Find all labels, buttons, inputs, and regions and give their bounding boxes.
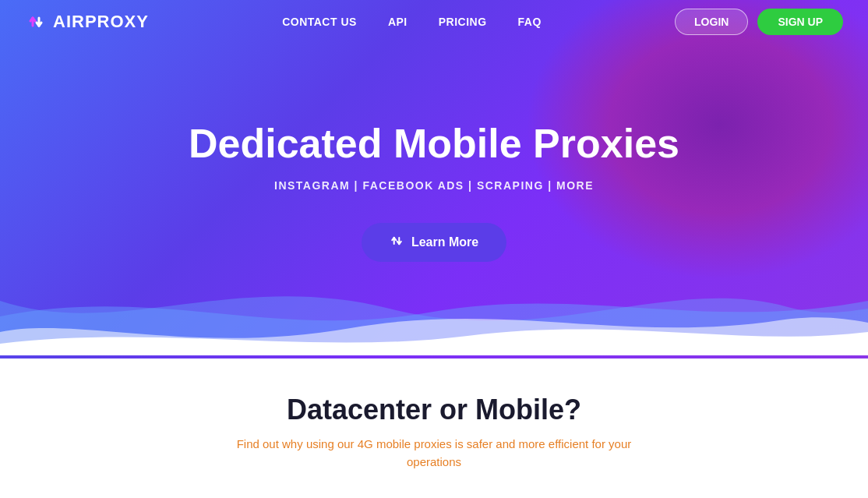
hero-subtitle: INSTAGRAM | FACEBOOK ADS | SCRAPING | MO…	[274, 179, 594, 192]
nav-api[interactable]: API	[388, 16, 408, 28]
logo-text: AIRPROXY	[53, 12, 149, 32]
learn-more-label: Learn More	[411, 235, 478, 249]
nav-contact[interactable]: CONTACT US	[282, 16, 357, 28]
bottom-section: Datacenter or Mobile? Find out why using…	[0, 358, 868, 498]
hero-title: Dedicated Mobile Proxies	[189, 120, 679, 167]
signup-button[interactable]: SIGN UP	[757, 9, 843, 35]
nav-faq[interactable]: FAQ	[518, 16, 542, 28]
nav-links: CONTACT US API PRICING FAQ	[282, 15, 542, 29]
hero-section: Dedicated Mobile Proxies INSTAGRAM | FAC…	[0, 0, 868, 358]
learn-more-icon	[390, 234, 404, 251]
login-button[interactable]: LOGIN	[675, 9, 748, 35]
nav-actions: LOGIN SIGN UP	[675, 9, 843, 35]
bottom-description: Find out why using our 4G mobile proxies…	[231, 436, 637, 471]
navbar: AIRPROXY CONTACT US API PRICING FAQ LOGI…	[0, 0, 868, 44]
nav-pricing[interactable]: PRICING	[439, 16, 487, 28]
logo[interactable]: AIRPROXY	[25, 11, 149, 33]
logo-icon	[25, 11, 47, 33]
bottom-title: Datacenter or Mobile?	[287, 394, 581, 426]
wave-decoration	[0, 254, 868, 358]
